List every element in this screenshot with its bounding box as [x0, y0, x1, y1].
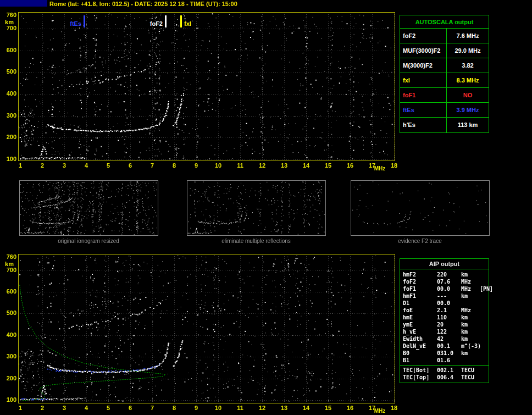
autoscala-row-label: fxl	[400, 73, 447, 87]
thumbnail-caption-f2: evidence F2 trace	[351, 238, 489, 244]
aip-tec-separator	[400, 365, 489, 366]
aip-row-extra	[480, 374, 489, 381]
aip-row-extra	[480, 314, 489, 321]
aip-row-extra	[480, 278, 489, 285]
aip-row-unit	[461, 300, 480, 307]
aip-row-unit: km	[461, 271, 480, 278]
aip-row-value: 07.6	[437, 278, 461, 285]
autoscala-row: MUF(3000)F229.0 MHz	[400, 43, 489, 58]
autoscala-row-label: ftEs	[400, 103, 447, 117]
aip-row-value: 00.1	[437, 342, 461, 350]
autoscala-row: foF27.6 MHz	[400, 29, 489, 43]
autoscala-row-value: NO	[447, 88, 489, 102]
aip-row: TEC[Top]006.4TECU	[400, 374, 489, 381]
aip-row-extra	[480, 271, 489, 278]
aip-row-label: TEC[Top]	[403, 374, 437, 381]
aip-row-extra	[480, 342, 489, 350]
aip-row-value: 01.6	[437, 357, 461, 364]
aip-row-value: 42	[437, 335, 461, 342]
aip-row-extra	[480, 357, 489, 364]
autoscala-row-label: h'Es	[400, 118, 447, 132]
aip-row-label: DelN_vE	[403, 342, 437, 350]
aip-row-value: 122	[437, 328, 461, 335]
aip-row: hmF2220km	[400, 271, 489, 278]
autoscala-row-value: 3.82	[447, 58, 489, 73]
aip-row: h_vE122km	[400, 328, 489, 335]
thumbnail-caption-reflections: eliminate multiple reflections	[187, 238, 325, 244]
aip-row: TEC[Bot]002.1TECU	[400, 367, 489, 374]
aip-row-label: TEC[Bot]	[403, 367, 437, 374]
aip-row-value: 110	[437, 314, 461, 321]
autoscala-row: foF1NO	[400, 88, 489, 103]
aip-row-unit: MHz	[461, 285, 480, 292]
aip-row-label: hmF1	[403, 292, 437, 300]
aip-table-title: AIP output	[400, 259, 489, 269]
autoscala-row-label: foF2	[400, 29, 447, 43]
aip-row-unit: TECU	[461, 374, 480, 381]
autoscala-row-value: 3.9 MHz	[447, 103, 489, 117]
aip-row: foF207.6MHz	[400, 278, 489, 285]
titlebar-accent	[0, 0, 47, 7]
aip-row-label: B1	[403, 357, 437, 364]
aip-row-extra	[480, 328, 489, 335]
aip-row-value: 20	[437, 321, 461, 328]
autoscala-table-title: AUTOSCALA output	[400, 15, 489, 29]
aip-table-rows: hmF2220kmfoF207.6MHzfoF100.0MHz[PN]hmF1-…	[400, 271, 489, 381]
aip-row-value: 002.1	[437, 367, 461, 374]
aip-row-value: 220	[437, 271, 461, 278]
aip-row-label: ymE	[403, 321, 437, 328]
autoscala-row: fxl8.3 MHz	[400, 73, 489, 88]
autoscala-row-value: 29.0 MHz	[447, 43, 489, 58]
aip-row-label: D1	[403, 300, 437, 307]
aip-row-value: 031.0	[437, 350, 461, 357]
aip-row-label: B0	[403, 350, 437, 357]
autoscala-row-value: 8.3 MHz	[447, 73, 489, 87]
aip-row-value: 00.0	[437, 300, 461, 307]
aip-row-extra	[480, 335, 489, 342]
aip-row-unit: TECU	[461, 367, 480, 374]
aip-row-extra	[480, 321, 489, 328]
aip-row: hmF1---km	[400, 292, 489, 300]
aip-row: B101.6	[400, 357, 489, 364]
autoscala-screen: Rome (lat: +41.8, lon: 012.5) - DATE: 20…	[0, 0, 532, 415]
aip-row-unit: km	[461, 328, 480, 335]
autoscala-row: ftEs3.9 MHz	[400, 103, 489, 118]
aip-row: D100.0	[400, 300, 489, 307]
autoscala-row-value: 7.6 MHz	[447, 29, 489, 43]
aip-row-extra: [PN]	[480, 285, 493, 292]
aip-row: B0031.0km	[400, 350, 489, 357]
aip-row-label: foF1	[403, 285, 437, 292]
aip-row: foF100.0MHz[PN]	[400, 285, 489, 292]
aip-row-value: 2.1	[437, 307, 461, 314]
aip-row: DelN_vE00.1m^(-3)	[400, 342, 489, 350]
aip-row-extra	[480, 350, 489, 357]
aip-row: Ewidth42km	[400, 335, 489, 342]
aip-row-unit	[461, 357, 480, 364]
aip-row-value: ---	[437, 292, 461, 300]
autoscala-table-rows: foF27.6 MHzMUF(3000)F229.0 MHzM(3000)F23…	[400, 29, 489, 132]
page-title: Rome (lat: +41.8, lon: 012.5) - DATE: 20…	[49, 1, 237, 7]
aip-row-value: 006.4	[437, 374, 461, 381]
aip-row: hmE110km	[400, 314, 489, 321]
aip-row-extra	[480, 292, 489, 300]
aip-row-unit: m^(-3)	[461, 342, 480, 350]
autoscala-row-label: MUF(3000)F2	[400, 43, 447, 58]
aip-row-unit: MHz	[461, 278, 480, 285]
aip-row-label: hmE	[403, 314, 437, 321]
autoscala-output-table: AUTOSCALA output foF27.6 MHzMUF(3000)F22…	[400, 15, 489, 133]
aip-row-unit: km	[461, 321, 480, 328]
aip-row-label: h_vE	[403, 328, 437, 335]
aip-output-table: AIP output hmF2220kmfoF207.6MHzfoF100.0M…	[400, 258, 489, 383]
aip-row-label: foF2	[403, 278, 437, 285]
aip-row: ymE20km	[400, 321, 489, 328]
aip-row-label: Ewidth	[403, 335, 437, 342]
aip-row-unit: km	[461, 350, 480, 357]
autoscala-row-label: foF1	[400, 88, 447, 102]
aip-row-extra	[480, 307, 489, 314]
aip-row-extra	[480, 300, 489, 307]
aip-row-extra	[480, 367, 489, 374]
thumbnail-caption-original: original ionogram resized	[19, 238, 158, 244]
autoscala-row-label: M(3000)F2	[400, 58, 447, 73]
autoscala-row-value: 113 km	[447, 118, 489, 132]
aip-row-label: foE	[403, 307, 437, 314]
